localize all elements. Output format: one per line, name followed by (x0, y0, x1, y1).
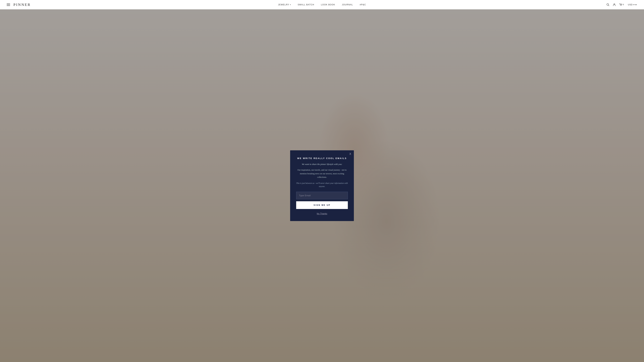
svg-line-1 (608, 5, 609, 6)
nav-item-look-book[interactable]: LOOK BOOK (321, 3, 335, 6)
no-thanks-button[interactable]: No Thanks (317, 213, 327, 215)
header-left: PINNER (7, 2, 31, 7)
search-icon[interactable] (606, 3, 610, 6)
modal-body: Our inspiration, our travels, and our vi… (296, 168, 348, 179)
hamburger-icon[interactable] (7, 3, 10, 6)
modal-title: WE WRITE REALLY COOL EMAILS (296, 157, 348, 160)
modal-close-button[interactable]: X (349, 153, 351, 155)
cart-icon-wrap[interactable]: 0 (619, 3, 624, 6)
chevron-down-icon: ▾ (290, 4, 291, 5)
currency-selector[interactable]: USD ▾ EUR GBP (627, 3, 637, 6)
sign-up-button[interactable]: SIGN ME UP (296, 201, 348, 209)
cart-icon (619, 3, 622, 6)
modal-privacy: This is just between us - we'll never sh… (296, 182, 348, 188)
modal-subtitle: We want to share the pinner lifestyle wi… (296, 163, 348, 166)
header-right: 0 USD ▾ EUR GBP (606, 3, 637, 6)
nav-item-small-batch[interactable]: SMALL BATCH (298, 3, 314, 6)
hero-section: X WE WRITE REALLY COOL EMAILS We want to… (0, 9, 644, 362)
email-modal: X WE WRITE REALLY COOL EMAILS We want to… (290, 150, 354, 221)
cart-count: 0 (623, 3, 624, 6)
svg-point-4 (621, 5, 622, 5)
nav-item-hpc[interactable]: #P&C (360, 3, 366, 6)
modal-overlay: X WE WRITE REALLY COOL EMAILS We want to… (0, 9, 644, 362)
site-logo[interactable]: PINNER (14, 2, 31, 7)
svg-point-3 (620, 5, 621, 5)
site-header: PINNER JEWELRY ▾ SMALL BATCH LOOK BOOK J… (0, 0, 644, 9)
email-input[interactable] (296, 192, 348, 199)
nav-item-journal[interactable]: JOURNAL (342, 3, 353, 6)
nav-item-jewelry[interactable]: JEWELRY ▾ (278, 3, 291, 6)
main-nav: JEWELRY ▾ SMALL BATCH LOOK BOOK JOURNAL … (278, 3, 366, 6)
account-icon[interactable] (613, 3, 616, 6)
